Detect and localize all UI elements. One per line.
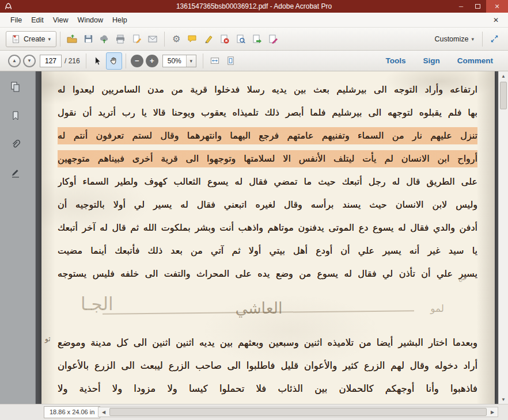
previous-page-button[interactable]: ▲	[8, 55, 21, 67]
signature-pen-icon	[10, 168, 21, 178]
vertical-scroll-thumb[interactable]	[500, 82, 507, 109]
zoom-level-value: 50%	[163, 55, 186, 67]
window-title: 1361547365bsb00036912.pdf - Adobe Acroba…	[0, 2, 508, 10]
bookmark-icon	[10, 110, 21, 121]
manuscript-line-highlighted: تنزل عليهم نار من السماء وتفنيهم عامتهم …	[58, 124, 477, 147]
send-file-button[interactable]	[96, 30, 112, 48]
horizontal-scrollbar[interactable]: ◀ ▶	[98, 407, 498, 417]
navigation-pane	[0, 71, 36, 404]
toolbar-separator	[60, 32, 60, 47]
signatures-button[interactable]	[6, 165, 25, 182]
paperclip-icon	[10, 139, 21, 150]
zoom-level-select[interactable]: 50% ▾	[162, 55, 196, 67]
toolbar-separator	[482, 32, 483, 47]
edit-page-button[interactable]	[128, 30, 145, 48]
bookmarks-button[interactable]	[6, 107, 25, 124]
quire-margin-mark: ثو	[45, 335, 51, 343]
navigation-toolbar: ▲ ▼ / 216 − + 50% ▾ Tools Sign Comment	[0, 51, 508, 71]
page-dimensions-label: 18.86 x 24.06 in	[44, 406, 100, 418]
zoom-caret-segment[interactable]: ▾	[186, 55, 196, 67]
scroll-up-icon[interactable]: ▲	[499, 71, 508, 81]
page-thumbnails-button[interactable]	[6, 78, 25, 96]
settings-button[interactable]: ⚙	[168, 30, 184, 48]
print-button[interactable]	[112, 30, 128, 48]
create-button[interactable]: Create ▾	[6, 31, 56, 47]
manuscript-line: وبعدما اختار البشير أيضا من تلاميذه اثني…	[58, 331, 477, 354]
scroll-down-icon[interactable]: ▼	[499, 395, 508, 404]
scroll-left-icon[interactable]: ◀	[98, 407, 109, 417]
page-canvas[interactable]: ارتفاعه وأراد التوجه الى بيرشليم بعث بين…	[36, 71, 498, 404]
manuscript-line: يا سيد غير أنه يسير علي أن أودع أهل بيتي…	[58, 239, 477, 262]
manuscript-line-highlighted: أرواح ابن الانسان لم يأت ليتلف الأنفس ال…	[58, 147, 477, 170]
marginalia-mark: صح	[458, 276, 467, 282]
comment-button[interactable]	[184, 30, 200, 48]
title-bar: 1361547365bsb00036912.pdf - Adobe Acroba…	[0, 0, 508, 13]
scroll-right-icon[interactable]: ▶	[487, 407, 498, 417]
fullscreen-button[interactable]	[486, 30, 502, 48]
comment-panel-button[interactable]: Comment	[457, 56, 493, 65]
next-page-button[interactable]: ▼	[23, 55, 36, 67]
redact-doc-button[interactable]	[217, 30, 233, 48]
caret-down-icon: ▾	[189, 58, 192, 64]
review-doc-button[interactable]	[233, 30, 249, 48]
customize-button[interactable]: Customize ▾	[430, 35, 479, 43]
create-pdf-icon	[12, 35, 21, 44]
menu-bar: File Edit View Window Help ✕	[0, 13, 508, 28]
manuscript-line: أراد دخوله وقال لهم الزرع كثير والأعوان …	[58, 354, 477, 377]
vertical-scroll-track[interactable]	[499, 110, 508, 395]
doc-green-arrow-icon	[252, 34, 262, 44]
select-tool-button[interactable]	[90, 52, 106, 70]
send-doc-button[interactable]	[249, 30, 265, 48]
doc-red-x-icon	[219, 34, 230, 44]
close-button[interactable]: ✕	[486, 0, 508, 13]
forms-doc-button[interactable]	[265, 30, 281, 48]
doc-pink-pen-icon	[268, 34, 278, 44]
acrobat-logo-icon	[2, 1, 14, 12]
manuscript-line: وليس لابن الانسان حيث يسند برأسه وقال لغ…	[58, 193, 477, 216]
hand-tool-button[interactable]	[106, 52, 122, 70]
open-file-button[interactable]	[64, 30, 80, 48]
menu-file[interactable]: File	[6, 14, 26, 26]
zoom-in-button[interactable]: +	[146, 55, 158, 67]
page-total-label: / 216	[65, 57, 80, 65]
page-thumbnails-icon	[10, 81, 21, 93]
close-document-icon[interactable]: ✕	[490, 15, 502, 25]
save-file-button[interactable]	[80, 30, 96, 48]
sign-pen-button[interactable]	[200, 30, 217, 48]
sign-panel-button[interactable]: Sign	[423, 56, 439, 65]
stamp-text-center: العاشي	[235, 299, 282, 317]
tools-panel-button[interactable]: Tools	[385, 56, 405, 65]
vertical-scrollbar[interactable]: ▲ ▼	[498, 71, 508, 404]
stamp-text-right: لمو	[430, 303, 444, 314]
manuscript-line: فاذهبوا وأنا أوجهكم كالحملان بين الذئاب …	[58, 377, 477, 400]
attachments-button[interactable]	[6, 136, 25, 153]
email-button[interactable]	[145, 30, 161, 48]
horizontal-scroll-thumb[interactable]	[109, 408, 487, 416]
open-folder-icon	[67, 34, 77, 44]
fit-page-button[interactable]	[223, 52, 239, 70]
hand-icon	[109, 56, 119, 66]
page-pencil-icon	[132, 34, 142, 44]
printer-icon	[115, 34, 126, 44]
minimize-button[interactable]: ─	[453, 0, 469, 13]
menu-view[interactable]: View	[48, 14, 73, 26]
manuscript-line: أدفن والدي فقال له يسوع دع الموتى يدفنون…	[58, 216, 477, 239]
manuscript-line: يسير علي أن تأذن لي فقال له يسوع من وضع …	[58, 262, 477, 285]
manuscript-bottom-block: ثو وبعدما اختار البشير أيضا من تلاميذه ا…	[58, 331, 477, 404]
customize-label: Customize	[434, 35, 468, 43]
menu-edit[interactable]: Edit	[26, 14, 48, 26]
maximize-button[interactable]	[469, 0, 486, 13]
maximize-icon	[475, 4, 480, 9]
zoom-out-button[interactable]: −	[131, 55, 143, 67]
page-number-input[interactable]	[40, 55, 62, 67]
fit-width-button[interactable]	[207, 52, 223, 70]
expand-arrows-icon	[490, 34, 499, 44]
menu-help[interactable]: Help	[108, 14, 132, 26]
status-bar: 18.86 x 24.06 in ◀ ▶	[0, 404, 508, 420]
create-label: Create	[24, 35, 46, 43]
fit-width-icon	[210, 56, 220, 66]
marker-pen-icon	[203, 34, 214, 44]
manuscript-line: بها فلم يقبلوه لتوجهه الى بيرشليم فلما أ…	[58, 101, 477, 124]
menu-window[interactable]: Window	[73, 14, 108, 26]
cursor-arrow-icon	[93, 56, 102, 66]
